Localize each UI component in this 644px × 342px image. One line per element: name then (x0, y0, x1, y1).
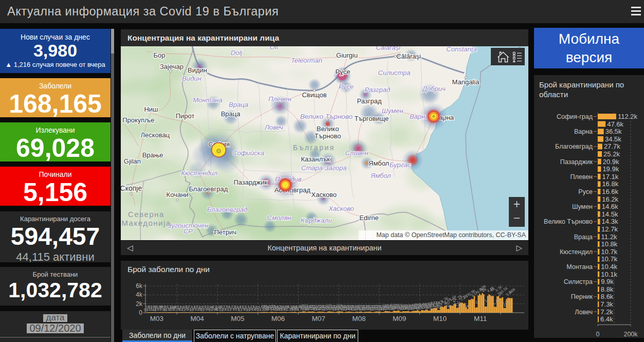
svg-text:10.7k: 10.7k (601, 255, 617, 263)
svg-text:M03: M03 (150, 315, 163, 322)
svg-text:Благоевград: Благоевград (207, 206, 248, 213)
svg-text:1.0k: 1.0k (502, 301, 509, 304)
svg-text:Врање: Врање (142, 151, 163, 159)
svg-text:M09: M09 (393, 315, 406, 322)
svg-text:Кърджали: Кърджали (301, 217, 332, 224)
svg-text:Велико: Велико (317, 125, 339, 133)
svg-text:Хасково: Хасково (328, 205, 354, 212)
svg-text:Видин: Видин (188, 66, 207, 74)
svg-text:Ниш: Ниш (144, 105, 158, 113)
svg-text:България: България (293, 143, 335, 152)
svg-text:Кочани: Кочани (167, 191, 189, 199)
svg-text:0: 0 (596, 331, 600, 338)
svg-text:Сливен: Сливен (345, 149, 368, 157)
svg-text:10.8k: 10.8k (601, 240, 618, 248)
svg-text:Благоевград: Благоевград (189, 185, 228, 193)
svg-text:Монтана: Монтана (566, 263, 593, 271)
svg-text:Софийска: Софийска (232, 149, 264, 157)
svg-text:Плевен: Плевен (268, 95, 291, 103)
svg-text:845: 845 (446, 304, 452, 308)
svg-text:10.1k: 10.1k (601, 271, 617, 278)
svg-text:Велико Търново: Велико Търново (544, 218, 593, 225)
svg-text:София-град: София-град (557, 113, 593, 120)
svg-text:Перник: Перник (571, 293, 593, 300)
svg-text:Силистра: Силистра (378, 69, 411, 77)
svg-text:200k: 200k (623, 331, 638, 338)
svg-text:Велико Търново: Велико Търново (300, 113, 353, 120)
svg-text:12.7k: 12.7k (601, 225, 618, 233)
svg-text:Ловеч: Ловеч (575, 309, 593, 316)
svg-text:10.7k: 10.7k (601, 248, 617, 256)
svg-text:Gjilan: Gjilan (124, 157, 141, 165)
svg-text:20.9k: 20.9k (603, 158, 619, 166)
svg-text:1.1k: 1.1k (472, 300, 480, 304)
svg-text:112.2k: 112.2k (618, 113, 638, 120)
svg-text:Пазарджик: Пазарджик (560, 158, 593, 166)
svg-text:9.9k: 9.9k (601, 278, 614, 285)
svg-text:Кюстендил: Кюстендил (181, 169, 218, 177)
svg-text:8.6k: 8.6k (601, 293, 614, 300)
svg-text:Скопје: Скопје (121, 184, 142, 192)
svg-text:14.6k: 14.6k (602, 203, 618, 210)
svg-text:36.5k: 36.5k (605, 128, 622, 135)
svg-text:Constanţa: Constanţa (446, 46, 476, 53)
svg-text:Разград: Разград (357, 97, 382, 105)
svg-text:Бургас: Бургас (390, 161, 411, 169)
svg-text:10.4k: 10.4k (601, 263, 617, 271)
svg-text:Враца: Враца (229, 101, 248, 109)
svg-text:4k: 4k (136, 291, 143, 298)
svg-text:6k: 6k (136, 282, 143, 290)
svg-text:Călăraşi: Călăraşi (396, 52, 421, 60)
svg-text:Смолян: Смолян (267, 214, 291, 222)
svg-text:СР: СР (183, 227, 193, 235)
svg-text:7.3k: 7.3k (600, 300, 613, 308)
svg-text:6.4k: 6.4k (600, 315, 613, 323)
svg-text:0: 0 (139, 309, 142, 316)
svg-text:Търговище: Търговище (354, 115, 389, 122)
svg-text:Силистра: Силистра (564, 278, 593, 285)
svg-text:16.2k: 16.2k (602, 195, 618, 203)
svg-text:Ямбол: Ямбол (369, 159, 389, 167)
svg-text:17.1k: 17.1k (602, 173, 619, 181)
svg-text:Teleorman: Teleorman (291, 57, 322, 64)
svg-text:Видин: Видин (182, 75, 201, 82)
svg-text:M08: M08 (352, 315, 365, 322)
svg-text:11.2k: 11.2k (601, 233, 617, 241)
svg-text:M05: M05 (231, 315, 244, 322)
svg-text:Свищов: Свищов (302, 91, 326, 99)
svg-text:16.6k: 16.6k (602, 188, 618, 195)
svg-text:Добрич: Добрич (421, 85, 446, 93)
svg-text:M10: M10 (433, 315, 447, 322)
svg-text:Кюстендил: Кюстендил (560, 248, 593, 256)
svg-text:27.7k: 27.7k (604, 142, 620, 150)
svg-text:2k: 2k (136, 300, 143, 308)
svg-text:M06: M06 (271, 315, 285, 322)
svg-text:1.2k: 1.2k (455, 303, 462, 307)
svg-text:Лесковац: Лесковац (140, 131, 170, 139)
svg-text:Пирот: Пирот (176, 112, 195, 120)
svg-text:M11: M11 (474, 315, 487, 322)
svg-text:Враца: Враца (574, 233, 593, 241)
svg-text:Mangalia: Mangalia (452, 78, 480, 86)
svg-text:Зајечар: Зајечар (160, 63, 183, 70)
svg-text:Разград: Разград (364, 86, 390, 94)
svg-text:Edirne: Edirne (359, 214, 379, 222)
svg-text:34.5k: 34.5k (605, 135, 621, 143)
svg-text:Olt: Olt (270, 46, 279, 51)
svg-text:M04: M04 (191, 315, 205, 322)
svg-text:Ловеч: Ловеч (264, 123, 283, 131)
svg-text:16.8k: 16.8k (602, 180, 618, 188)
svg-text:47.6k: 47.6k (607, 120, 623, 128)
svg-text:Шумен: Шумен (572, 203, 593, 210)
svg-text:Благоевград: Благоевград (555, 143, 593, 150)
svg-text:Бор: Бор (154, 51, 165, 59)
svg-text:8.8k: 8.8k (601, 285, 614, 293)
svg-text:14.3k: 14.3k (602, 218, 618, 225)
svg-text:Варна: Варна (574, 128, 593, 135)
svg-text:Македонија: Македонија (121, 219, 171, 227)
svg-text:Враца: Враца (221, 110, 241, 118)
svg-text:Хасково: Хасково (311, 191, 337, 199)
svg-text:844: 844 (465, 304, 471, 308)
svg-text:Русе: Русе (336, 68, 351, 76)
svg-text:Казанлък: Казанлък (301, 155, 330, 163)
